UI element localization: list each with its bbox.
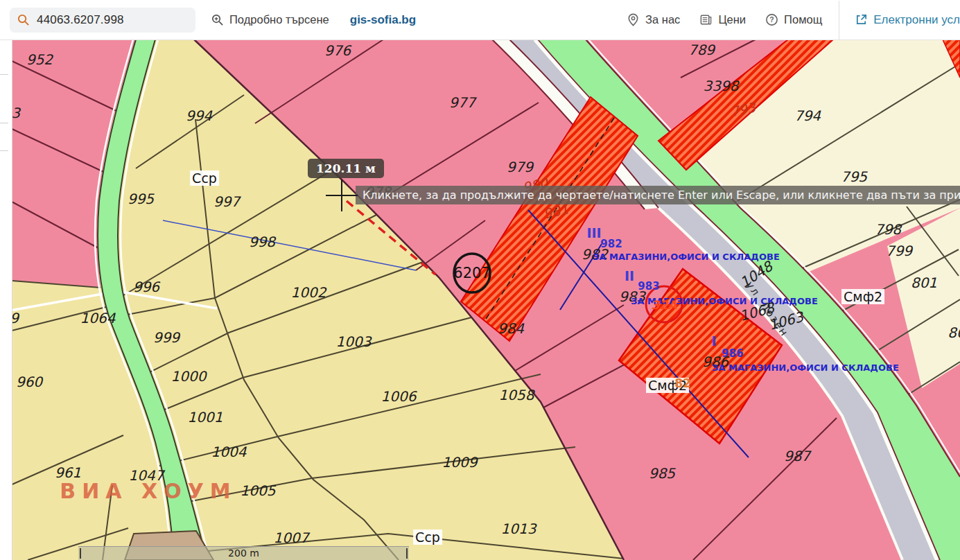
help-button[interactable]: ? Помощ [765, 13, 822, 26]
site-link[interactable]: gis-sofia.bg [350, 13, 416, 27]
prices-label: Цени [718, 13, 746, 26]
search-value: 44063.6207.998 [37, 13, 124, 27]
measure-label: 120.11 м [308, 159, 384, 178]
left-panel-strip[interactable] [0, 40, 12, 560]
search-input[interactable]: 44063.6207.998 [10, 8, 195, 33]
detailed-search-label: Подробно търсене [229, 13, 329, 26]
toolbar: 44063.6207.998 Подробно търсене gis-sofi… [0, 0, 960, 40]
map-svg [0, 0, 960, 560]
about-button[interactable]: За нас [627, 13, 680, 26]
location-pin-icon [627, 13, 640, 26]
toolbar-divider [839, 1, 839, 40]
search-plus-icon [211, 13, 224, 26]
help-icon: ? [765, 13, 778, 26]
scale-label: 200 m [78, 548, 409, 559]
external-link-icon [855, 13, 868, 26]
svg-text:?: ? [769, 16, 774, 24]
eservices-label: Електронни усл [873, 13, 960, 27]
search-icon [17, 13, 30, 26]
drawing-tooltip: Кликнете, за да продължите да чертаете/н… [356, 186, 960, 204]
eservices-link[interactable]: Електронни усл [855, 13, 960, 27]
price-list-icon [699, 13, 713, 26]
help-label: Помощ [784, 13, 822, 26]
scale-bar: 200 m [78, 546, 409, 560]
map-canvas[interactable]: 9529539769779789799809817893398793794795… [0, 0, 960, 560]
prices-button[interactable]: Цени [699, 13, 746, 26]
detailed-search-button[interactable]: Подробно търсене [211, 13, 329, 26]
about-label: За нас [645, 13, 680, 26]
